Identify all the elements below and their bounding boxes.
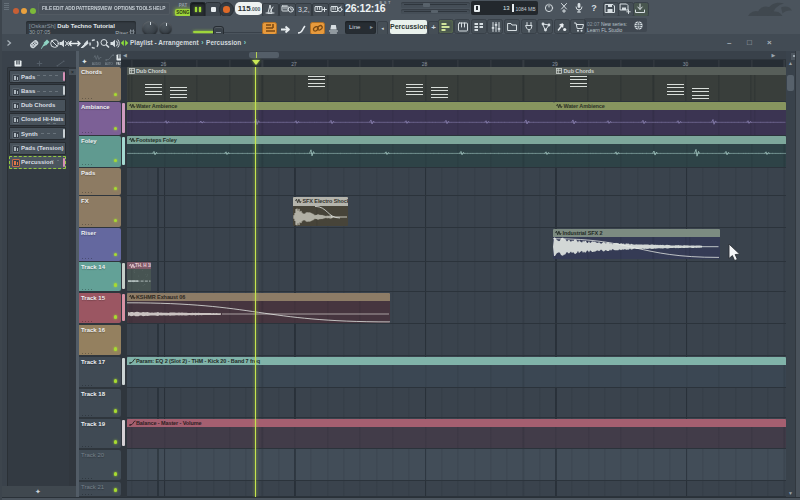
h-scrollbar-thumb[interactable] (249, 52, 279, 58)
window-menu-icon[interactable] (4, 3, 9, 10)
detach-chevron-icon[interactable] (6, 39, 12, 47)
track-header-chords[interactable]: Chords (79, 67, 121, 101)
track-resize-grip[interactable] (82, 446, 94, 447)
pattern-item-dub-chords[interactable]: Dub Chords (9, 99, 66, 112)
scroll-right-arrow[interactable]: ▶ (770, 52, 777, 58)
track-resize-grip[interactable] (82, 98, 94, 99)
clip-header[interactable]: Balance - Master - Volume (127, 419, 786, 427)
track-header-fx[interactable]: FX (79, 196, 121, 227)
clip-industrial-sfx-2[interactable]: Industrial SFX 2 (553, 229, 720, 259)
news-ticker[interactable]: 02:07 New series: Learn FL Studio (584, 18, 647, 32)
track-resize-grip[interactable] (82, 415, 94, 416)
clip-header[interactable]: SFX Electro Shock (293, 197, 348, 206)
pattern-item-pads[interactable]: Pads (9, 70, 66, 83)
track-header-pads[interactable]: Pads (79, 168, 121, 195)
main-pitch-mini-slider[interactable] (401, 9, 470, 15)
clip-dub-chords[interactable]: Dub Chords (127, 67, 555, 101)
clip-header[interactable]: KSHMR Exhaust 06 (127, 293, 390, 301)
menu-edit[interactable]: EDIT (53, 5, 64, 11)
loop-record-button[interactable] (328, 3, 345, 17)
track-resize-grip[interactable] (82, 494, 94, 495)
track-header-track-19[interactable]: Track 19 (79, 419, 121, 449)
toggle-playlist-button[interactable] (438, 19, 454, 34)
pattern-selector[interactable]: Percussion (390, 20, 427, 34)
snap-button[interactable] (262, 22, 277, 36)
playhead-marker[interactable] (252, 60, 260, 65)
record-audio-button[interactable] (573, 2, 587, 15)
menu-options[interactable]: OPTIONS (114, 5, 135, 11)
track-resize-grip[interactable] (82, 258, 94, 259)
clip-header[interactable]: Dub Chords (554, 67, 786, 75)
add-track-button[interactable]: ✦ (82, 59, 88, 65)
playlist-subtitle[interactable]: Percussion (206, 39, 241, 46)
pattern-item-pads-tension-[interactable]: Pads (Tension) (9, 142, 66, 155)
countdown-button[interactable]: 3,2, (295, 3, 312, 17)
clip-water-ambience[interactable]: Water Ambience (554, 102, 786, 135)
playlist-content[interactable]: Dub ChordsDub ChordsWater Ambience Water… (127, 67, 787, 498)
track-resize-grip[interactable] (82, 321, 94, 322)
pat-song-switch[interactable]: PAT SONG (175, 1, 191, 16)
main-volume-mini-slider[interactable] (401, 2, 470, 8)
track-led[interactable] (114, 127, 118, 131)
track-led[interactable] (114, 440, 118, 444)
time-display[interactable]: 26:12:16 B S T (345, 2, 395, 16)
maximize-button[interactable]: □ (747, 38, 752, 47)
clip-footsteps-foley[interactable]: Footsteps Foley (127, 136, 786, 167)
clip-header[interactable]: Water Ambience (127, 102, 555, 110)
clip-header[interactable]: Dub Chords (127, 67, 555, 75)
track-header-track-21[interactable]: Track 21 (79, 482, 121, 497)
help-button[interactable]: ? (588, 2, 602, 15)
clip-header[interactable]: TH. H 10 (127, 262, 152, 269)
track-resize-grip[interactable] (82, 353, 94, 354)
track-row-track-16[interactable] (127, 324, 787, 356)
zoom-window-dot[interactable] (30, 8, 36, 14)
clip-balance-master-volume[interactable]: Balance - Master - Volume (127, 419, 786, 449)
render-button[interactable] (633, 2, 649, 17)
scroll-left-arrow[interactable]: ◀ (122, 52, 129, 58)
track-resize-grip[interactable] (82, 132, 94, 133)
close-all-button[interactable] (558, 2, 572, 15)
menu-file[interactable]: FILE (42, 5, 52, 11)
track-header-riser[interactable]: Riser (79, 228, 121, 261)
track-header-foley[interactable]: Foley (79, 136, 121, 167)
track-row-track-20[interactable] (127, 449, 787, 481)
track-header-track-15[interactable]: Track 15 (79, 293, 121, 324)
wait-for-input-button[interactable] (279, 3, 296, 17)
track-led[interactable] (114, 488, 118, 492)
menu-add[interactable]: ADD (65, 5, 75, 11)
picker-tab-piano-icon[interactable] (14, 60, 22, 67)
clip-sfx-electro-shock[interactable]: SFX Electro Shock (293, 197, 348, 226)
track-row-fx[interactable] (127, 196, 787, 228)
picker-tab-plus-icon[interactable] (35, 60, 44, 67)
tool-shape-selector[interactable]: Line▸ (345, 21, 376, 34)
track-header-track-18[interactable]: Track 18 (79, 389, 121, 418)
menu-view[interactable]: VIEW (100, 5, 112, 11)
track-led[interactable] (114, 379, 118, 383)
pat-mode-label[interactable]: PAT (175, 3, 191, 8)
clip-param-eq-2-slot-2-thm-kick-20-band-7-fre[interactable]: Param: EQ 2 (Slot 2) - THM - Kick 20 - B… (127, 357, 786, 388)
clip-header[interactable]: Param: EQ 2 (Slot 2) - THM - Kick 20 - B… (127, 357, 786, 365)
v-scrollbar-thumb[interactable] (787, 75, 794, 91)
song-mode-button[interactable]: SONG (175, 9, 191, 17)
tempo-display[interactable]: 115.000 (235, 2, 263, 15)
track-led[interactable] (114, 283, 118, 287)
shutdown-button[interactable] (543, 2, 557, 15)
pattern-item-closed-hi-hats[interactable]: Closed Hi-Hats (9, 113, 66, 126)
toggle-browser-button[interactable] (504, 19, 520, 34)
track-led[interactable] (114, 347, 118, 351)
track-row-track-21[interactable] (127, 481, 787, 497)
metronome-button[interactable] (262, 3, 279, 17)
track-header-track-16[interactable]: Track 16 (79, 325, 121, 356)
track-led[interactable] (114, 219, 118, 223)
group-link-button[interactable] (310, 22, 325, 36)
track-led[interactable] (114, 472, 118, 476)
clip-kshmr-exhaust-06[interactable]: KSHMR Exhaust 06 (127, 293, 390, 324)
track-led[interactable] (114, 315, 118, 319)
track-header-ambiance[interactable]: Ambiance (79, 102, 121, 135)
pattern-item-bass[interactable]: Bass (9, 84, 66, 97)
clip-header[interactable]: Water Ambience (554, 102, 786, 110)
playhead-line[interactable] (255, 67, 256, 498)
picker-add-button[interactable]: ✦ (35, 488, 41, 496)
close-button[interactable]: × (767, 38, 772, 47)
save-button[interactable] (603, 2, 619, 17)
